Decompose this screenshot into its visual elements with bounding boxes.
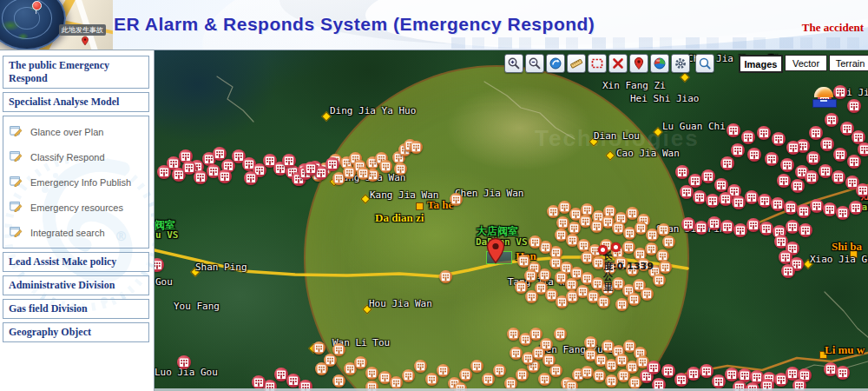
building-badge-icon[interactable]	[597, 295, 610, 308]
add-marker-button[interactable]	[629, 54, 648, 73]
building-badge-icon[interactable]	[786, 141, 800, 155]
building-badge-icon[interactable]	[628, 293, 641, 306]
dai-jia-station-icon[interactable]	[812, 85, 835, 109]
building-badge-icon[interactable]	[556, 216, 569, 229]
building-badge-icon[interactable]	[706, 194, 720, 208]
building-badge-icon[interactable]	[765, 152, 779, 166]
sidebar-item-public-emergency-respond[interactable]: The public Emergency Respond	[3, 56, 149, 89]
building-badge-icon[interactable]	[332, 374, 345, 388]
building-badge-icon[interactable]	[820, 137, 834, 151]
building-badge-icon[interactable]	[799, 223, 812, 237]
building-badge-icon[interactable]	[218, 169, 232, 183]
building-badge-icon[interactable]	[833, 85, 847, 99]
building-badge-icon[interactable]	[542, 354, 556, 367]
building-badge-icon[interactable]	[315, 362, 328, 375]
building-badge-icon[interactable]	[605, 374, 618, 388]
sidebar-item-administrative-division[interactable]: Administrative Division	[3, 275, 149, 295]
building-badge-icon[interactable]	[437, 364, 450, 377]
building-badge-icon[interactable]	[493, 364, 506, 377]
building-badge-icon[interactable]	[647, 361, 661, 374]
building-badge-icon[interactable]	[304, 162, 318, 176]
building-badge-icon[interactable]	[414, 360, 427, 373]
building-badge-icon[interactable]	[357, 167, 370, 180]
building-badge-icon[interactable]	[343, 166, 356, 179]
building-badge-icon[interactable]	[757, 126, 771, 140]
building-badge-icon[interactable]	[772, 132, 786, 146]
building-badge-icon[interactable]	[719, 192, 733, 206]
building-badge-icon[interactable]	[836, 366, 850, 380]
building-badge-icon[interactable]	[847, 99, 861, 113]
basemap-vector-button[interactable]: Vector	[785, 55, 827, 71]
building-badge-icon[interactable]	[707, 216, 721, 230]
building-badge-icon[interactable]	[439, 270, 452, 283]
building-badge-icon[interactable]	[593, 369, 606, 382]
building-badge-icon[interactable]	[732, 196, 746, 209]
building-badge-icon[interactable]	[641, 288, 654, 301]
building-badge-icon[interactable]	[177, 355, 191, 369]
building-badge-icon[interactable]	[693, 190, 707, 204]
building-badge-icon[interactable]	[680, 185, 694, 199]
building-badge-icon[interactable]	[780, 158, 794, 172]
building-badge-icon[interactable]	[727, 123, 740, 137]
building-badge-icon[interactable]	[825, 113, 838, 127]
measure-button[interactable]	[567, 54, 586, 73]
building-badge-icon[interactable]	[701, 169, 715, 183]
building-badge-icon[interactable]	[781, 264, 795, 278]
search-button[interactable]	[695, 54, 714, 73]
map-canvas[interactable]: Technologies 长度:0.1339公里 ImagesVectorTer…	[155, 50, 868, 391]
building-badge-icon[interactable]	[786, 220, 799, 234]
building-badge-icon[interactable]	[720, 156, 734, 170]
building-badge-icon[interactable]	[714, 178, 728, 192]
building-badge-icon[interactable]	[584, 336, 597, 349]
building-badge-icon[interactable]	[402, 369, 415, 382]
sidebar-item-glance-over-plan[interactable]: Glance over Plan	[3, 119, 148, 144]
building-badge-icon[interactable]	[517, 255, 530, 268]
building-badge-icon[interactable]	[529, 235, 542, 249]
sidebar-item-emergency-resources[interactable]: Emergency resources	[3, 195, 148, 220]
building-badge-icon[interactable]	[784, 201, 798, 215]
building-badge-icon[interactable]	[282, 154, 296, 168]
sidebar-item-specialist-analyse-model[interactable]: Specialist Analyse Model	[3, 92, 149, 112]
building-badge-icon[interactable]	[847, 155, 861, 169]
sidebar-item-integrated-search[interactable]: Integrated search	[3, 220, 148, 245]
building-badge-icon[interactable]	[777, 174, 791, 188]
select-extent-button[interactable]	[588, 54, 607, 73]
building-badge-icon[interactable]	[659, 261, 672, 274]
building-badge-icon[interactable]	[312, 341, 326, 355]
building-badge-icon[interactable]	[810, 199, 824, 213]
building-badge-icon[interactable]	[712, 374, 726, 388]
settings-button[interactable]	[671, 54, 690, 73]
building-badge-icon[interactable]	[155, 258, 164, 272]
building-badge-icon[interactable]	[733, 223, 747, 237]
building-badge-icon[interactable]	[819, 164, 832, 178]
building-badge-icon[interactable]	[806, 151, 820, 165]
building-badge-icon[interactable]	[244, 171, 258, 185]
building-badge-icon[interactable]	[823, 202, 837, 216]
zoom-in-button[interactable]	[504, 54, 523, 73]
building-badge-icon[interactable]	[657, 223, 670, 236]
building-badge-icon[interactable]	[410, 141, 423, 154]
sidebar-item-geography-object[interactable]: Geography Object	[3, 322, 149, 342]
building-badge-icon[interactable]	[661, 364, 675, 378]
building-badge-icon[interactable]	[332, 343, 345, 356]
building-badge-icon[interactable]	[590, 220, 603, 233]
sidebar-item-emergency-info-publish[interactable]: Emergency Info Publish	[3, 169, 148, 195]
building-badge-icon[interactable]	[554, 328, 567, 341]
building-badge-icon[interactable]	[758, 194, 772, 208]
building-badge-icon[interactable]	[390, 376, 403, 389]
building-badge-icon[interactable]	[379, 160, 392, 173]
building-badge-icon[interactable]	[507, 328, 520, 341]
building-badge-icon[interactable]	[394, 162, 407, 176]
building-badge-icon[interactable]	[746, 218, 760, 232]
building-badge-icon[interactable]	[653, 274, 666, 287]
building-badge-icon[interactable]	[157, 165, 171, 179]
measure-endpoint[interactable]	[611, 242, 621, 252]
building-badge-icon[interactable]	[675, 165, 689, 179]
building-badge-icon[interactable]	[833, 148, 847, 162]
accident-location-pin[interactable]	[486, 237, 505, 264]
building-badge-icon[interactable]	[858, 142, 868, 156]
building-badge-icon[interactable]	[745, 190, 759, 204]
building-badge-icon[interactable]	[525, 290, 538, 303]
building-badge-icon[interactable]	[615, 298, 628, 311]
building-badge-icon[interactable]	[741, 130, 755, 144]
